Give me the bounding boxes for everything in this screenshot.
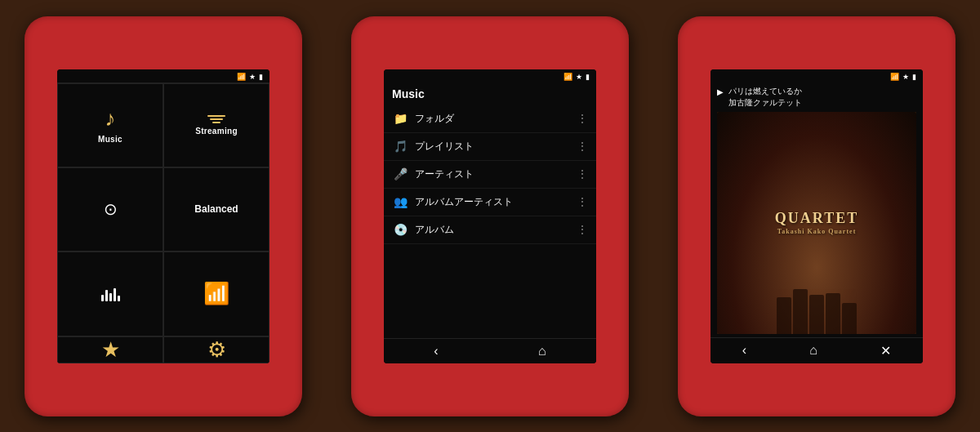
wifi-icon-3: 📶 <box>890 73 899 81</box>
bluetooth2-icon: ★ <box>101 337 120 363</box>
home-grid: ♪ Music Streaming ⊙ Balanced <box>57 82 270 363</box>
status-bar-2: 📶 ★ ▮ <box>384 69 596 82</box>
loop-cell[interactable]: ⊙ <box>57 167 163 252</box>
wifi2-icon: 📶 <box>203 281 229 306</box>
artist-icon: 🎤 <box>392 167 408 180</box>
bluetooth-icon-3: ★ <box>902 73 909 81</box>
album-art: QUARTET Takashi Kako Quartet <box>717 112 916 334</box>
menu-list: 📁 フォルダ ⋮ 🎵 プレイリスト ⋮ 🎤 アーティスト ⋮ 👥 アルバムアーテ… <box>384 105 596 338</box>
figure-1 <box>777 297 791 334</box>
device-1: 📶 ★ ▮ ♪ Music Streaming ⊙ <box>24 16 302 416</box>
np-title-line2: 加古隆クァルテット <box>728 97 916 109</box>
album-art-title: QUARTET Takashi Kako Quartet <box>775 209 858 237</box>
figure-3 <box>809 295 824 334</box>
figure-5 <box>842 303 857 334</box>
balanced-cell[interactable]: Balanced <box>163 167 270 252</box>
balanced-label: Balanced <box>194 203 238 215</box>
album-artist-label: アルバムアーティスト <box>415 195 570 209</box>
screen-3: 📶 ★ ▮ ▶ パリは燃えているか 加古隆クァルテット <box>710 69 923 363</box>
back-button-2[interactable]: ‹ <box>434 344 438 359</box>
playlist-label: プレイリスト <box>415 140 570 154</box>
music-screen-title: Music <box>384 82 596 105</box>
settings-cell[interactable]: ⚙ <box>163 336 270 363</box>
settings-icon: ⚙ <box>207 337 226 363</box>
music-icon: ♪ <box>105 106 116 131</box>
eq-cell[interactable] <box>57 252 163 336</box>
music-label: Music <box>98 135 122 144</box>
album-label: アルバム <box>415 223 570 237</box>
battery-icon-2: ▮ <box>586 73 590 81</box>
device-3: 📶 ★ ▮ ▶ パリは燃えているか 加古隆クァルテット <box>678 16 956 416</box>
back-button-3[interactable]: ‹ <box>742 343 746 358</box>
folder-label: フォルダ <box>415 112 570 126</box>
folder-dots: ⋮ <box>577 112 588 125</box>
album-artist-dots: ⋮ <box>577 195 588 208</box>
bottom-nav-3: ‹ ⌂ ✕ <box>710 337 923 363</box>
folder-icon: 📁 <box>392 112 408 125</box>
music-screen: Music 📁 フォルダ ⋮ 🎵 プレイリスト ⋮ 🎤 アーティスト ⋮ <box>384 82 596 363</box>
album-artist-icon: 👥 <box>392 195 408 208</box>
menu-item-artist[interactable]: 🎤 アーティスト ⋮ <box>384 161 596 189</box>
bluetooth-cell[interactable]: ★ <box>57 336 163 363</box>
device-2: 📶 ★ ▮ Music 📁 フォルダ ⋮ 🎵 プレイリスト ⋮ 🎤 <box>351 16 629 416</box>
screen-1: 📶 ★ ▮ ♪ Music Streaming ⊙ <box>57 69 270 363</box>
streaming-label: Streaming <box>195 127 238 136</box>
playlist-icon: 🎵 <box>392 140 408 153</box>
album-dots: ⋮ <box>577 223 588 236</box>
play-indicator-icon: ▶ <box>717 87 724 96</box>
status-bar-1: 📶 ★ ▮ <box>57 69 270 82</box>
streaming-icon <box>207 115 225 123</box>
music-cell[interactable]: ♪ Music <box>57 83 163 167</box>
nowplaying-screen: ▶ パリは燃えているか 加古隆クァルテット QUARTET <box>710 82 923 363</box>
status-bar-3: 📶 ★ ▮ <box>710 69 923 82</box>
album-art-subtitle: Takashi Kako Quartet <box>775 228 858 236</box>
screen-2: 📶 ★ ▮ Music 📁 フォルダ ⋮ 🎵 プレイリスト ⋮ 🎤 <box>384 69 596 363</box>
bottom-nav-2: ‹ ⌂ <box>384 338 596 363</box>
home-button-3[interactable]: ⌂ <box>809 343 817 358</box>
loop-icon: ⊙ <box>104 199 118 219</box>
np-header: ▶ パリは燃えているか 加古隆クァルテット <box>710 82 923 112</box>
battery-icon: ▮ <box>259 73 263 81</box>
menu-item-album-artist[interactable]: 👥 アルバムアーティスト ⋮ <box>384 189 596 216</box>
menu-item-folder[interactable]: 📁 フォルダ ⋮ <box>384 105 596 133</box>
wifi-icon: 📶 <box>237 73 246 81</box>
streaming-cell[interactable]: Streaming <box>163 83 270 167</box>
wifi-cell[interactable]: 📶 <box>163 252 270 336</box>
battery-icon-3: ▮ <box>912 73 916 81</box>
bluetooth-icon: ★ <box>249 73 256 81</box>
album-icon: 💿 <box>392 223 408 236</box>
playlist-dots: ⋮ <box>577 140 588 153</box>
artist-label: アーティスト <box>415 167 570 181</box>
artist-dots: ⋮ <box>577 167 588 180</box>
menu-item-playlist[interactable]: 🎵 プレイリスト ⋮ <box>384 133 596 161</box>
np-title-block: パリは燃えているか 加古隆クァルテット <box>728 86 916 109</box>
np-title-line1: パリは燃えているか <box>728 86 916 97</box>
bluetooth-icon-2: ★ <box>576 73 582 81</box>
wifi-icon-2: 📶 <box>564 73 572 81</box>
eq-icon <box>101 287 120 301</box>
figure-2 <box>793 289 808 334</box>
menu-item-album[interactable]: 💿 アルバム ⋮ <box>384 216 596 244</box>
figure-4 <box>826 293 840 334</box>
close-button-3[interactable]: ✕ <box>880 343 891 359</box>
home-button-2[interactable]: ⌂ <box>538 344 546 359</box>
